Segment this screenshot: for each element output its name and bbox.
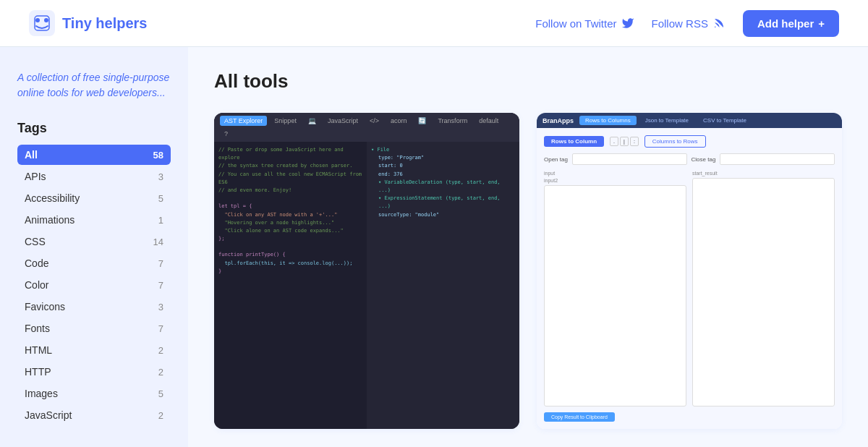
tag-count: 14 [153,237,163,247]
ast-tab-active: AST Explorer [220,116,267,126]
tag-label: Accessibility [25,192,80,204]
tag-count: 2 [158,345,163,356]
tag-item[interactable]: HTML 2 [17,340,171,360]
tag-count: 5 [158,388,163,399]
tag-item[interactable]: JavaScript 2 [17,405,171,425]
tag-label: All [25,149,38,161]
tag-item[interactable]: Animations 1 [17,210,171,230]
svg-point-4 [715,27,716,28]
ast-right-panel: ▾ File type: "Program" start: 0 end: 376… [367,142,519,429]
tag-label: Favicons [25,301,65,312]
card-preview-ast: AST Explorer Snippet 💻 JavaScript </> ac… [214,113,519,429]
tag-item[interactable]: All 58 [17,145,171,165]
tag-label: JavaScript [25,409,72,421]
tag-label: CSS [25,236,46,247]
ast-left-panel: // Paste or drop some JavaScript here an… [214,142,367,429]
tag-item[interactable]: Color 7 [17,275,171,295]
tag-item[interactable]: Code 7 [17,253,171,273]
ba-toolbar: BranApps Rows to Columns Json to Templat… [537,113,842,128]
logo-icon [29,10,55,36]
logo[interactable]: Tiny helpers [29,10,147,36]
add-helper-button[interactable]: Add helper + [743,10,839,37]
tag-label: HTML [25,344,52,356]
tag-count: 7 [158,280,163,291]
follow-rss-label: Follow RSS [652,17,708,30]
tag-count: 3 [158,302,163,312]
ast-toolbar: AST Explorer Snippet 💻 JavaScript </> ac… [214,113,519,142]
ba-tab-json: Json to Template [639,116,694,125]
tag-label: HTTP [25,366,51,378]
ba-tab-csv: CSV to Template [697,116,752,125]
tags-title: Tags [17,121,171,136]
rss-icon [712,17,726,30]
tag-count: 7 [158,258,163,269]
tag-item[interactable]: Fonts 7 [17,318,171,339]
logo-text: Tiny helpers [62,15,147,32]
tag-label: APIs [25,171,46,182]
tag-item[interactable]: Favicons 3 [17,297,171,317]
tag-count: 2 [158,367,163,378]
tag-item[interactable]: Accessibility 5 [17,188,171,208]
tag-item[interactable]: CSS 14 [17,231,171,252]
header-actions: Follow on Twitter Follow RSS Add helper … [535,10,839,37]
follow-twitter-label: Follow on Twitter [535,17,616,30]
cards-grid: AST Explorer Snippet 💻 JavaScript </> ac… [214,113,842,429]
card-preview-ba: BranApps Rows to Columns Json to Templat… [537,113,842,429]
tag-count: 2 [158,410,163,421]
tag-count: 7 [158,323,163,334]
main-content: All tools AST Explorer Snippet 💻 JavaScr… [188,47,868,447]
follow-twitter-link[interactable]: Follow on Twitter [535,17,634,30]
tag-label: Animations [25,214,75,226]
svg-rect-0 [29,10,55,36]
tag-item[interactable]: Images 5 [17,383,171,404]
sidebar-description: A collection of free single-purpose onli… [17,70,171,101]
layout: A collection of free single-purpose onli… [0,47,868,447]
page-title: All tools [214,70,842,93]
tag-count: 58 [153,150,163,161]
tag-count: 3 [158,171,163,182]
ast-content: // Paste or drop some JavaScript here an… [214,142,519,429]
ba-tab-rows-to-columns: Rows to Columns [579,116,637,125]
tag-label: Images [25,388,58,399]
tag-label: Color [25,279,48,291]
svg-point-2 [44,18,48,22]
tag-item[interactable]: HTTP 2 [17,362,171,382]
follow-rss-link[interactable]: Follow RSS [652,17,726,30]
tag-count: 1 [158,215,163,226]
card-ast-explorer: AST Explorer Snippet 💻 JavaScript </> ac… [214,113,519,429]
tag-label: Code [25,257,48,269]
sidebar: A collection of free single-purpose onli… [0,47,188,447]
header: Tiny helpers Follow on Twitter Follow RS… [0,0,868,47]
svg-point-1 [35,18,40,22]
tag-item[interactable]: APIs 3 [17,166,171,187]
tag-count: 5 [158,193,163,204]
tag-label: Fonts [25,323,50,334]
twitter-icon [621,17,634,30]
card-ba-rows: BranApps Rows to Columns Json to Templat… [537,113,842,429]
